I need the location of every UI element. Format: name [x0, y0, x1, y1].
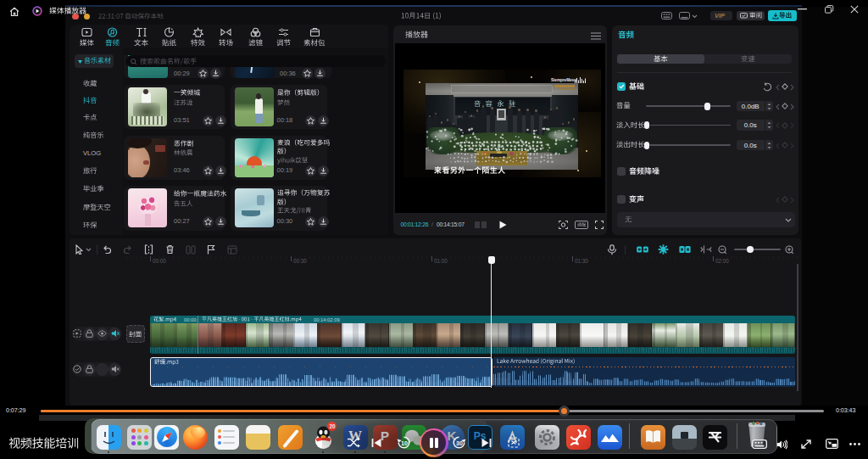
svg-text:10: 10 — [401, 440, 408, 446]
svg-text:30: 30 — [456, 440, 463, 446]
